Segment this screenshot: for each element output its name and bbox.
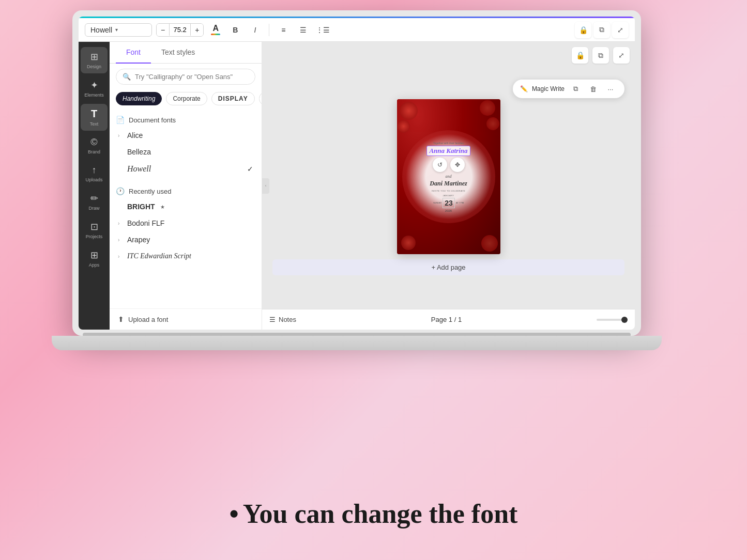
lock-button[interactable]: 🔒 xyxy=(575,22,591,38)
font-filter-chips: Handwriting Corporate DISPLAY > xyxy=(110,90,262,111)
recently-used-header: 🕐 Recently used xyxy=(116,182,255,198)
font-selector[interactable]: Howell ▾ xyxy=(85,23,152,37)
sidebar-label-uploads: Uploads xyxy=(85,177,102,182)
color-bar xyxy=(211,34,220,35)
card-date-text: invite you to celebrate xyxy=(432,190,465,192)
font-item-arapey-left: › Arapey xyxy=(118,236,150,244)
chip-corporate[interactable]: Corporate xyxy=(166,92,207,105)
align-left-button[interactable]: ≡ xyxy=(276,22,291,38)
align-left-icon: ≡ xyxy=(281,26,285,34)
list-button[interactable]: ☰ xyxy=(295,22,311,38)
font-size-decrease[interactable]: − xyxy=(157,24,169,36)
font-size-increase[interactable]: + xyxy=(191,24,203,36)
add-page-button[interactable]: + Add page xyxy=(272,259,624,275)
magic-write-bar: ✏️ Magic Write ⧉ 🗑 ··· xyxy=(513,80,624,98)
document-fonts-label: Document fonts xyxy=(129,116,176,124)
chip-handwriting[interactable]: Handwriting xyxy=(116,92,162,105)
list-numbered-button[interactable]: ⋮☰ xyxy=(315,22,330,38)
font-name-bodoni: Bodoni FLF xyxy=(127,219,164,227)
sidebar-label-elements: Elements xyxy=(84,92,104,98)
font-name-itc: ITC Edwardian Script xyxy=(127,252,191,260)
font-name-howell: Howell xyxy=(127,164,151,174)
sidebar-item-brand[interactable]: © Brand xyxy=(81,133,108,159)
app-main: ⊞ Design ✦ Elements T Text © xyxy=(79,42,635,330)
font-panel: Font Text styles 🔍 Handwriting xyxy=(110,42,262,330)
font-item-bodoni-left: › Bodoni FLF xyxy=(118,219,164,227)
font-search-box[interactable]: 🔍 xyxy=(116,69,255,85)
font-name-alice: Alice xyxy=(127,131,143,139)
sidebar-item-elements[interactable]: ✦ Elements xyxy=(81,75,108,102)
tab-text-styles[interactable]: Text styles xyxy=(151,42,205,64)
sidebar-label-draw: Draw xyxy=(88,206,99,211)
laptop-base xyxy=(52,336,662,350)
canvas-page-area: ✏️ Magic Write ⧉ 🗑 ··· xyxy=(262,42,635,309)
color-a-icon: A xyxy=(213,24,219,33)
sidebar-label-brand: Brand xyxy=(88,149,100,154)
zoom-slider[interactable] xyxy=(597,319,628,321)
tab-font[interactable]: Font xyxy=(116,42,151,64)
font-item-howell-left: › Howell xyxy=(118,164,151,174)
sidebar-item-uploads[interactable]: ↑ Uploads xyxy=(81,161,108,186)
bold-button[interactable]: B xyxy=(227,22,243,38)
font-list[interactable]: 📄 Document fonts › Alice xyxy=(110,111,262,308)
sidebar-item-text[interactable]: T Text xyxy=(81,104,108,131)
upload-font-label: Upload a font xyxy=(128,316,168,323)
wedding-card[interactable]: Together with their families Anna Katrin… xyxy=(397,99,500,254)
sidebar-item-apps[interactable]: ⊞ Apps xyxy=(81,245,108,272)
font-item-belleza[interactable]: › Belleza xyxy=(116,144,255,160)
upload-font-button[interactable]: ⬆ Upload a font xyxy=(110,308,262,330)
projects-icon: ⊡ xyxy=(90,221,98,232)
alice-expand-icon: › xyxy=(118,133,124,138)
draw-icon: ✏ xyxy=(90,193,98,204)
howell-selected-icon: ✓ xyxy=(247,165,253,173)
italic-icon: I xyxy=(254,26,256,34)
font-item-alice[interactable]: › Alice xyxy=(116,127,255,144)
elements-icon: ✦ xyxy=(90,80,98,91)
chip-display[interactable]: DISPLAY xyxy=(211,92,255,105)
magic-write-label[interactable]: Magic Write xyxy=(532,85,565,92)
card-together-text: Together with their families xyxy=(433,142,464,145)
clock-icon: 🕐 xyxy=(116,187,125,195)
notes-label: Notes xyxy=(279,316,296,323)
font-item-arapey[interactable]: › Arapey xyxy=(116,231,255,248)
italic-button[interactable]: I xyxy=(247,22,263,38)
font-item-bodoni[interactable]: › Bodoni FLF xyxy=(116,215,255,231)
recently-used-label: Recently used xyxy=(129,188,171,195)
itc-expand-icon: › xyxy=(118,254,124,259)
move-button[interactable]: ✥ xyxy=(450,158,465,172)
zoom-control[interactable] xyxy=(597,319,628,321)
magic-more-button[interactable]: ··· xyxy=(604,82,617,96)
magic-copy-button[interactable]: ⧉ xyxy=(569,82,582,96)
notes-button[interactable]: ☰ Notes xyxy=(269,316,296,323)
font-search-input[interactable] xyxy=(135,73,249,81)
font-item-itc[interactable]: › ITC Edwardian Script xyxy=(116,248,255,265)
wedding-card-image: Together with their families Anna Katrin… xyxy=(397,99,500,254)
magic-delete-button[interactable]: 🗑 xyxy=(586,82,600,96)
bullet-point: • xyxy=(230,499,239,528)
font-item-howell[interactable]: › Howell ✓ xyxy=(116,160,255,178)
bodoni-expand-icon: › xyxy=(118,221,124,226)
page-indicator: Page 1 / 1 xyxy=(431,316,462,323)
sidebar-item-projects[interactable]: ⊡ Projects xyxy=(81,217,108,243)
font-item-itc-left: › ITC Edwardian Script xyxy=(118,252,191,260)
card-day-box: SUNDAY 23 AT 7 PM xyxy=(433,198,464,208)
chip-more[interactable]: > xyxy=(259,92,262,105)
font-item-bright-left: › BRIGHT ★ xyxy=(118,203,165,211)
toolbar-separator-1 xyxy=(269,24,269,36)
text-color-button[interactable]: A xyxy=(208,22,223,38)
card-month-text: JANUARY xyxy=(443,194,454,197)
design-icon: ⊞ xyxy=(90,51,98,63)
sidebar-item-draw[interactable]: ✏ Draw xyxy=(81,189,108,215)
font-size-input[interactable] xyxy=(169,24,191,36)
font-name-bright: BRIGHT xyxy=(127,203,155,211)
rotate-button[interactable]: ↺ xyxy=(433,158,447,172)
expand-button[interactable]: ⤢ xyxy=(612,22,629,38)
duplicate-button[interactable]: ⧉ xyxy=(593,22,610,38)
sidebar-item-design[interactable]: ⊞ Design xyxy=(81,47,108,73)
font-selector-chevron: ▾ xyxy=(115,27,118,33)
font-item-bright[interactable]: › BRIGHT ★ xyxy=(116,198,255,215)
card-and-text: and xyxy=(446,174,452,179)
document-fonts-header: 📄 Document fonts xyxy=(116,111,255,127)
notes-icon: ☰ xyxy=(269,316,276,323)
app-toolbar: Howell ▾ − + A xyxy=(79,18,635,42)
